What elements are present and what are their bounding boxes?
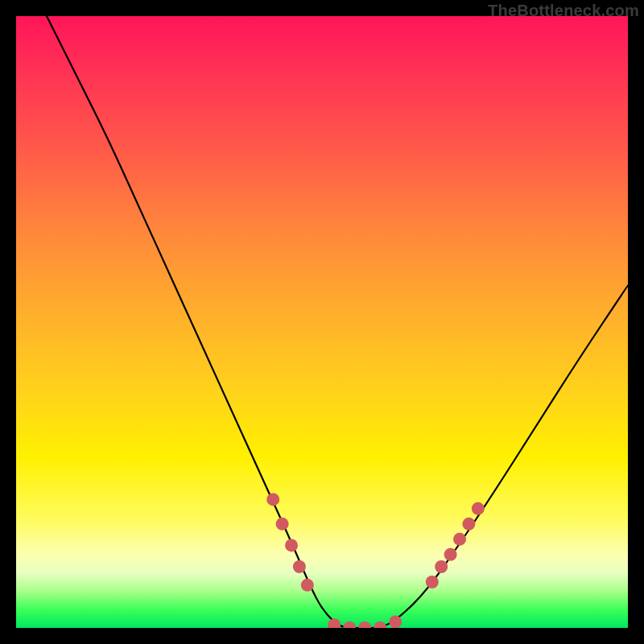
watermark-text: TheBottleneck.com — [488, 2, 639, 20]
highlight-dot — [328, 618, 341, 628]
highlight-dot — [293, 560, 306, 573]
highlight-dot — [453, 533, 466, 546]
highlight-dot — [472, 502, 485, 515]
highlight-dot — [435, 560, 448, 573]
highlight-dot — [301, 579, 314, 592]
highlight-dot — [358, 621, 371, 628]
highlight-dot — [444, 548, 457, 561]
bottleneck-curve — [47, 16, 628, 628]
highlight-dots — [266, 493, 485, 628]
highlight-dot — [343, 621, 356, 628]
highlight-dot — [374, 621, 386, 628]
highlight-dot — [276, 518, 289, 530]
highlight-dot — [266, 493, 279, 506]
plot-area — [16, 16, 628, 628]
highlight-dot — [389, 615, 402, 628]
highlight-dot — [285, 539, 298, 551]
highlight-dot — [462, 518, 475, 530]
curve-layer — [16, 16, 628, 628]
highlight-dot — [426, 576, 439, 588]
chart-frame — [16, 16, 628, 628]
